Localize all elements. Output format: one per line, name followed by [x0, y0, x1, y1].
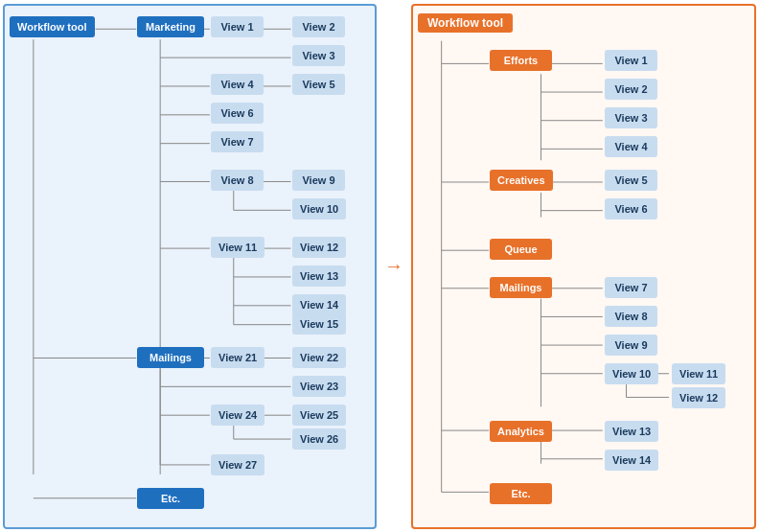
left-mailings-node: Mailings	[137, 347, 204, 368]
left-view6: View 6	[211, 103, 264, 124]
left-view22: View 22	[292, 347, 346, 368]
right-mailings-view7: View 7	[605, 277, 657, 298]
left-view26: View 26	[292, 428, 346, 450]
right-mailings-view9: View 9	[605, 335, 657, 356]
right-creatives-view6: View 6	[605, 198, 657, 220]
right-diagram	[413, 6, 754, 527]
main-container: Workflow tool Marketing View 1 View 2 Vi…	[3, 4, 756, 529]
right-analytics-view13: View 13	[605, 421, 658, 442]
left-view15: View 15	[292, 313, 346, 335]
right-etc-node: Etc.	[490, 483, 552, 504]
left-view4: View 4	[211, 74, 264, 95]
center-arrow: →	[384, 255, 403, 277]
right-creatives-node: Creatives	[490, 170, 553, 191]
left-view12: View 12	[292, 237, 346, 258]
right-efforts-view1: View 1	[605, 50, 657, 71]
left-view21: View 21	[211, 347, 264, 368]
right-efforts-view4: View 4	[605, 136, 657, 157]
left-view13: View 13	[292, 266, 346, 287]
left-view24: View 24	[211, 405, 264, 426]
left-etc-node: Etc.	[137, 488, 204, 509]
right-mailings-view8: View 8	[605, 306, 657, 327]
left-view23: View 23	[292, 376, 346, 397]
right-panel: Workflow tool Efforts View 1 View 2 View…	[411, 4, 756, 529]
right-efforts-node: Efforts	[490, 50, 552, 71]
left-view1: View 1	[211, 16, 264, 37]
left-view8: View 8	[211, 170, 264, 191]
right-analytics-node: Analytics	[490, 421, 552, 442]
left-view25: View 25	[292, 405, 346, 426]
right-efforts-view2: View 2	[605, 79, 657, 100]
left-view11: View 11	[211, 237, 264, 258]
center-arrow-container: →	[384, 4, 403, 529]
right-efforts-view3: View 3	[605, 107, 657, 128]
left-view7: View 7	[211, 131, 264, 152]
left-view27: View 27	[211, 454, 264, 475]
right-mailings-view11: View 11	[672, 363, 725, 384]
left-view10: View 10	[292, 198, 346, 220]
left-workflow-tool-node: Workflow tool	[10, 16, 95, 37]
left-view9: View 9	[292, 170, 345, 191]
left-view2: View 2	[292, 16, 345, 37]
left-view5: View 5	[292, 74, 345, 95]
right-workflow-tool: Workflow tool	[418, 13, 513, 38]
left-view14: View 14	[292, 294, 346, 315]
left-view3: View 3	[292, 45, 345, 66]
right-analytics-view14: View 14	[605, 450, 658, 471]
right-mailings-view12: View 12	[672, 387, 725, 408]
right-mailings-node: Mailings	[490, 277, 552, 298]
right-creatives-view5: View 5	[605, 170, 657, 191]
left-panel: Workflow tool Marketing View 1 View 2 Vi…	[3, 4, 377, 529]
right-mailings-view10: View 10	[605, 363, 658, 384]
left-marketing-node: Marketing	[137, 16, 204, 37]
right-queue-node: Queue	[490, 239, 552, 260]
